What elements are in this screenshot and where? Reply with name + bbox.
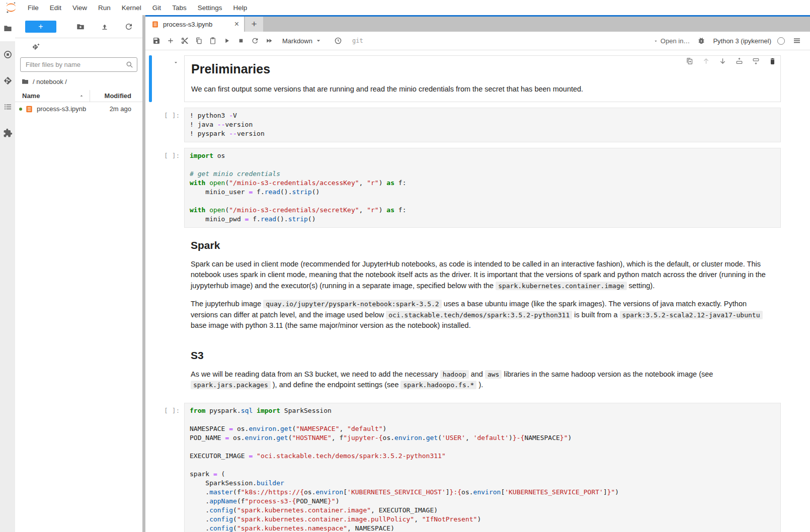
file-browser-panel: + / notebook / Name Modified pr <box>15 15 142 532</box>
execution-time-button[interactable] <box>331 34 345 48</box>
menu-item-run[interactable]: Run <box>93 0 116 15</box>
markdown-rendered[interactable]: S3As we will be reading data from an S3 … <box>184 343 781 397</box>
notebook-cell-code[interactable]: [ ]:import os # get minio credentialswit… <box>149 148 810 228</box>
insert-above-icon <box>735 57 744 65</box>
menu-item-file[interactable]: File <box>22 0 44 15</box>
menu-item-view[interactable]: View <box>67 0 93 15</box>
menu-item-settings[interactable]: Settings <box>192 0 228 15</box>
git-icon <box>3 76 13 85</box>
toolbar-menu-button[interactable] <box>791 34 803 48</box>
cell-type-dropdown[interactable]: Markdown <box>282 37 322 45</box>
copy-cells-button[interactable] <box>192 34 206 48</box>
run-cell-button[interactable] <box>220 34 234 48</box>
save-icon <box>152 37 160 45</box>
git-clone-button[interactable] <box>30 41 41 52</box>
new-launcher-button[interactable]: + <box>25 21 56 33</box>
notebook-cell-markdown[interactable]: SparkSpark can be used in client mode (r… <box>149 233 810 338</box>
menu-item-git[interactable]: Git <box>147 0 167 15</box>
search-icon <box>125 60 134 70</box>
paste-cells-button[interactable] <box>206 34 220 48</box>
markdown-rendered[interactable]: SparkSpark can be used in client mode (r… <box>184 233 781 338</box>
heading-collapser-icon[interactable] <box>173 60 179 65</box>
kernel-name-button[interactable]: Python 3 (ipykernel) <box>713 37 771 45</box>
menu-item-tabs[interactable]: Tabs <box>167 0 192 15</box>
jupyter-logo-icon <box>5 2 17 14</box>
sidebar-tab-extensions[interactable] <box>0 120 15 146</box>
document-tab[interactable]: process-s3.ipynb× <box>145 17 244 32</box>
sidebar-tab-git[interactable] <box>0 67 15 94</box>
file-name: process-s3.ipynb <box>37 105 94 113</box>
move-cell-down-button[interactable] <box>718 57 727 65</box>
sidebar-tab-table-of-contents[interactable] <box>0 94 15 120</box>
restart-icon <box>251 37 259 45</box>
notebook-cell-markdown[interactable]: PreliminariesWe can first output some ve… <box>149 55 810 102</box>
menu-bar: FileEditViewRunKernelGitTabsSettingsHelp <box>0 0 810 15</box>
open-in-dropdown[interactable]: Open in… <box>653 37 690 45</box>
markdown-heading: Spark <box>191 239 774 251</box>
markdown-paragraph: The jupyterhub image quay.io/jupyter/pys… <box>191 299 774 331</box>
cell-input-prompt <box>152 55 184 102</box>
delete-cell-button[interactable] <box>768 57 777 65</box>
git-status-label: git <box>352 37 363 44</box>
file-filter <box>20 57 137 72</box>
duplicate-cell-button[interactable] <box>685 57 694 65</box>
move-cell-up-button[interactable] <box>702 57 710 65</box>
new-tab-button[interactable]: + <box>245 17 263 32</box>
markdown-rendered[interactable]: PreliminariesWe can first output some ve… <box>184 55 781 102</box>
notebook-cell-code[interactable]: [ ]:! python3 -V! java --version! pyspar… <box>149 108 810 142</box>
notebook-cell-markdown[interactable]: S3As we will be reading data from an S3 … <box>149 343 810 397</box>
new-folder-button[interactable] <box>75 21 86 32</box>
menu-item-kernel[interactable]: Kernel <box>116 0 147 15</box>
file-filter-input[interactable] <box>20 57 137 72</box>
cut-cells-button[interactable] <box>178 34 192 48</box>
save-button[interactable] <box>149 34 164 48</box>
file-list: process-s3.ipynb2m ago <box>15 102 142 116</box>
insert-cell-below-button[interactable] <box>752 57 760 65</box>
breadcrumb-path[interactable]: / notebook / <box>33 78 67 85</box>
restart-run-all-button[interactable] <box>262 34 276 48</box>
insert-cell-button[interactable] <box>164 34 178 48</box>
sort-ascending-icon <box>78 93 85 99</box>
tab-close-icon[interactable]: × <box>234 20 239 28</box>
breadcrumb[interactable]: / notebook / <box>15 72 142 90</box>
file-item[interactable]: process-s3.ipynb2m ago <box>15 102 142 116</box>
notebook-toolbar: MarkdowngitOpen in…Python 3 (ipykernel) <box>145 32 810 50</box>
folder-icon[interactable] <box>21 77 29 85</box>
sidebar-tab-file-browser[interactable] <box>0 15 15 41</box>
folder-icon <box>3 24 13 33</box>
file-browser-toolbar: + <box>15 15 142 38</box>
code-editor[interactable]: from pyspark.sql import SparkSession NAM… <box>184 403 781 532</box>
interrupt-kernel-button[interactable] <box>234 34 248 48</box>
markdown-paragraph: We can first output some versions that a… <box>191 84 774 95</box>
cell-input-prompt <box>152 343 184 397</box>
move-down-icon <box>718 57 727 65</box>
folder-plus-icon <box>76 22 85 31</box>
cell-input-prompt <box>152 233 184 338</box>
column-header-name[interactable]: Name <box>15 90 90 102</box>
search-icon <box>125 60 134 69</box>
code-editor[interactable]: ! python3 -V! java --version! pyspark --… <box>184 108 781 142</box>
bug-icon <box>697 37 705 45</box>
debugger-bug-button[interactable] <box>696 34 707 48</box>
delete-icon <box>768 57 777 65</box>
restart-kernel-button[interactable] <box>248 34 262 48</box>
insert-cell-above-button[interactable] <box>735 57 744 65</box>
sidebar-tab-running-sessions[interactable] <box>0 41 15 67</box>
kernel-status-icon[interactable] <box>777 37 785 45</box>
upload-button[interactable] <box>99 21 110 32</box>
refresh-button[interactable] <box>123 21 134 32</box>
inline-code: hadoop <box>440 370 469 379</box>
inline-code: spark.jars.packages <box>191 381 271 389</box>
file-list-header: Name Modified <box>15 90 142 102</box>
markdown-paragraph: Spark can be used in client mode (recomm… <box>191 259 774 292</box>
code-editor[interactable]: import os # get minio credentialswith op… <box>184 148 781 228</box>
inline-code: spark.kubernetes.container.image <box>496 282 626 290</box>
menu-item-edit[interactable]: Edit <box>44 0 67 15</box>
upload-icon <box>100 22 109 31</box>
paste-icon <box>209 37 217 45</box>
column-header-modified[interactable]: Modified <box>90 92 142 100</box>
notebook-cell-code[interactable]: [ ]:from pyspark.sql import SparkSession… <box>149 403 810 532</box>
notebook-file-icon <box>25 105 33 113</box>
menu-item-help[interactable]: Help <box>227 0 253 15</box>
cell-input-prompt: [ ]: <box>152 148 184 228</box>
